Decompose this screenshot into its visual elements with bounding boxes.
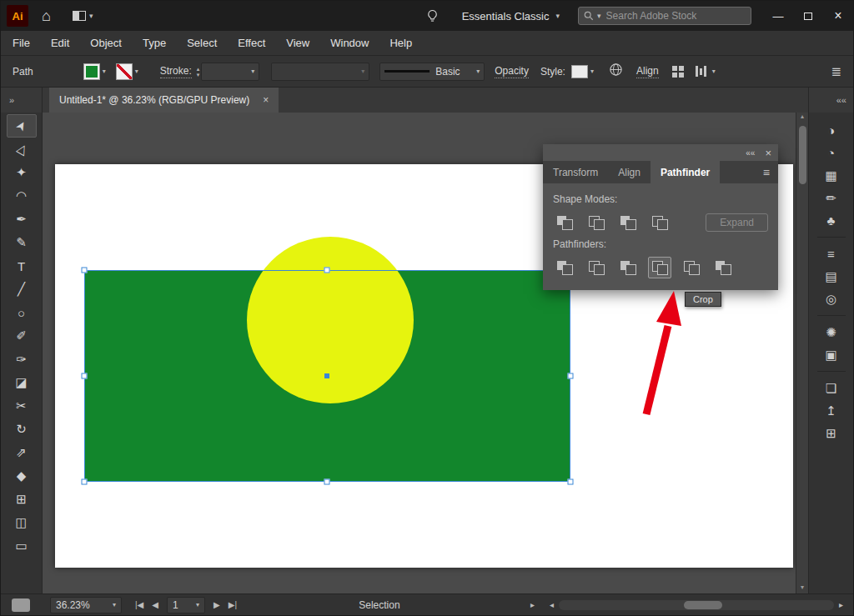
panel-close-icon[interactable]: × bbox=[765, 147, 771, 159]
stroke-panel-icon[interactable]: ≡ bbox=[817, 243, 846, 265]
appearance-icon[interactable]: ✺ bbox=[817, 321, 846, 343]
menu-window[interactable]: Window bbox=[330, 37, 369, 49]
toolbar-expand-button[interactable]: » bbox=[1, 88, 42, 113]
color-panel-icon[interactable]: ◑ bbox=[817, 119, 846, 142]
swatches-icon[interactable]: ▦ bbox=[817, 164, 846, 187]
menu-view[interactable]: View bbox=[286, 37, 309, 49]
brushes-icon[interactable]: ✏ bbox=[817, 187, 846, 209]
vertical-scrollbar[interactable]: ▴ ▾ bbox=[796, 113, 808, 593]
artboard-navigation-select[interactable]: 1 ▾ bbox=[167, 597, 205, 613]
graphic-style-select[interactable]: ▾ bbox=[571, 65, 594, 78]
screen-mode-icon[interactable] bbox=[12, 598, 30, 612]
scroll-left-icon[interactable]: ◂ bbox=[550, 600, 554, 609]
tab-close-icon[interactable]: × bbox=[263, 94, 269, 106]
gradient-icon[interactable]: ▤ bbox=[817, 265, 846, 288]
next-artboard-button[interactable]: ▶ bbox=[214, 600, 220, 609]
app-icon[interactable]: Ai bbox=[7, 5, 28, 27]
scissors-tool[interactable]: ✂ bbox=[7, 394, 37, 418]
curvature-tool[interactable]: ✎ bbox=[7, 231, 37, 254]
selection-tool[interactable]: ➤ bbox=[7, 114, 37, 138]
canvas[interactable]: «« × Transform Align Pathfinder ≡ Shape … bbox=[43, 113, 808, 593]
scroll-right-icon[interactable]: ▸ bbox=[839, 600, 843, 609]
stroke-color-control[interactable]: ▾ bbox=[116, 63, 138, 80]
scroll-down-icon[interactable]: ▾ bbox=[801, 583, 804, 593]
symbols-icon[interactable]: ♣ bbox=[817, 209, 846, 232]
document-setup-globe-icon[interactable] bbox=[609, 63, 623, 80]
artboard-tool[interactable]: ▭ bbox=[7, 534, 37, 558]
control-panel-menu-icon[interactable]: ≣ bbox=[831, 64, 841, 79]
opacity-link[interactable]: Opacity bbox=[495, 65, 529, 78]
arrange-documents-icon[interactable]: ▾ bbox=[73, 11, 93, 21]
width-tool[interactable]: ◆ bbox=[7, 464, 37, 488]
graphic-styles-icon[interactable]: ▣ bbox=[817, 343, 846, 366]
intersect-button[interactable] bbox=[616, 212, 640, 233]
workspace-switcher[interactable]: Essentials Classic ▾ bbox=[462, 10, 560, 23]
trim-button[interactable] bbox=[585, 257, 608, 278]
horizontal-scroll-thumb[interactable] bbox=[684, 601, 722, 609]
stroke-weight-select[interactable]: ▾ bbox=[201, 63, 259, 81]
adobe-stock-search[interactable]: ▾ bbox=[578, 7, 751, 25]
tab-transform[interactable]: Transform bbox=[543, 161, 608, 183]
discover-bulb-icon[interactable] bbox=[426, 9, 439, 23]
tab-pathfinder[interactable]: Pathfinder bbox=[651, 161, 720, 183]
magic-wand-tool[interactable]: ✦ bbox=[7, 161, 37, 184]
crop-button[interactable] bbox=[648, 257, 671, 278]
unite-button[interactable] bbox=[553, 212, 576, 233]
selection-handle-n[interactable] bbox=[324, 268, 330, 273]
close-button[interactable]: × bbox=[823, 1, 853, 31]
minimize-button[interactable]: — bbox=[763, 1, 793, 31]
horizontal-scrollbar[interactable] bbox=[559, 600, 834, 610]
last-artboard-button[interactable]: ▶| bbox=[229, 600, 237, 609]
line-segment-tool[interactable]: ╱ bbox=[7, 278, 37, 301]
selection-handle-s[interactable] bbox=[324, 479, 330, 485]
selection-handle-w[interactable] bbox=[82, 373, 88, 379]
home-icon[interactable]: ⌂ bbox=[42, 8, 51, 25]
zoom-select[interactable]: 36.23% ▾ bbox=[50, 597, 122, 613]
panel-menu-icon[interactable]: ≡ bbox=[755, 161, 778, 183]
paintbrush-tool[interactable]: ✐ bbox=[7, 324, 37, 348]
selection-center-point[interactable] bbox=[324, 373, 329, 378]
vertical-scroll-thumb[interactable] bbox=[799, 126, 806, 184]
expand-button[interactable]: Expand bbox=[706, 213, 768, 232]
scale-tool[interactable]: ⇗ bbox=[7, 441, 37, 464]
document-tab[interactable]: Untitled-1* @ 36.23% (RGB/GPU Preview) × bbox=[49, 88, 279, 113]
stroke-style-select[interactable]: Basic ▾ bbox=[379, 63, 485, 81]
menu-select[interactable]: Select bbox=[187, 37, 217, 49]
outline-button[interactable] bbox=[680, 257, 703, 278]
asset-export-icon[interactable]: ↥ bbox=[817, 399, 846, 422]
selection-handle-se[interactable] bbox=[568, 479, 574, 485]
direct-selection-tool[interactable]: ▷ bbox=[7, 138, 37, 161]
rotate-tool[interactable]: ↻ bbox=[7, 418, 37, 441]
selection-handle-sw[interactable] bbox=[82, 479, 88, 485]
align-grid-icon[interactable] bbox=[672, 66, 684, 78]
layers-icon[interactable]: ❏ bbox=[817, 377, 846, 399]
free-transform-tool[interactable]: ⊞ bbox=[7, 488, 37, 511]
lasso-tool[interactable]: ◠ bbox=[7, 184, 37, 208]
menu-object[interactable]: Object bbox=[90, 37, 122, 49]
pen-tool[interactable]: ✒ bbox=[7, 208, 37, 231]
selection-handle-e[interactable] bbox=[568, 373, 574, 379]
first-artboard-button[interactable]: |◀ bbox=[135, 600, 143, 609]
minus-front-button[interactable] bbox=[585, 212, 608, 233]
circle-shape[interactable] bbox=[247, 237, 414, 403]
menu-type[interactable]: Type bbox=[143, 37, 166, 49]
stroke-weight-link[interactable]: Stroke: bbox=[160, 65, 192, 78]
brush-definition-select[interactable]: ▾ bbox=[271, 63, 369, 81]
exclude-button[interactable] bbox=[648, 212, 671, 233]
color-guide-icon[interactable]: ◔ bbox=[817, 142, 846, 164]
status-expander-icon[interactable]: ▸ bbox=[530, 600, 535, 609]
previous-artboard-button[interactable]: ◀ bbox=[152, 600, 158, 609]
maximize-button[interactable] bbox=[793, 1, 823, 31]
transparency-icon[interactable]: ◎ bbox=[817, 288, 846, 310]
merge-button[interactable] bbox=[616, 257, 640, 278]
align-options-control[interactable]: ▾ bbox=[696, 66, 716, 78]
status-display[interactable]: Selection bbox=[359, 599, 399, 611]
search-input[interactable] bbox=[605, 9, 730, 23]
type-tool[interactable]: T bbox=[7, 254, 37, 278]
dock-expand-button[interactable]: «« bbox=[809, 88, 853, 113]
menu-help[interactable]: Help bbox=[389, 37, 412, 49]
blob-brush-tool[interactable]: ✑ bbox=[7, 348, 37, 371]
shape-builder-tool[interactable]: ◫ bbox=[7, 511, 37, 534]
selection-handle-nw[interactable] bbox=[82, 268, 88, 273]
panel-collapse-icon[interactable]: «« bbox=[746, 148, 755, 158]
